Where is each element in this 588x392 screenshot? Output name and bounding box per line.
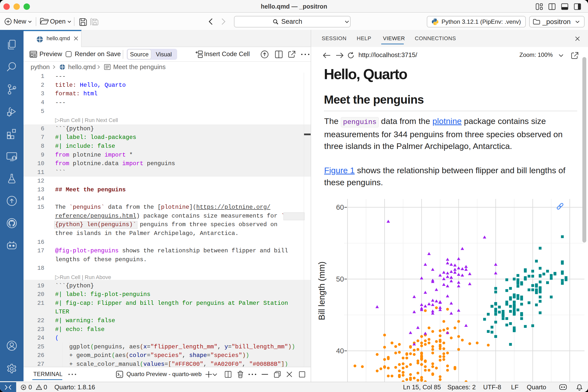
svg-text:50: 50 bbox=[336, 275, 344, 283]
svg-text:60: 60 bbox=[336, 203, 344, 211]
svg-text:40: 40 bbox=[336, 347, 344, 355]
svg-text:Bill length (mm): Bill length (mm) bbox=[317, 262, 326, 320]
